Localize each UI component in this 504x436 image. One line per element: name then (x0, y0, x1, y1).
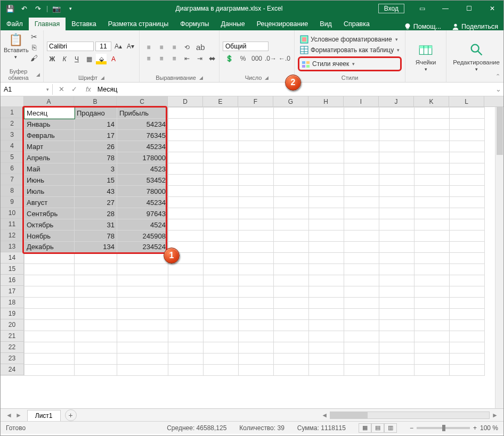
font-size-combo[interactable] (95, 42, 111, 51)
cell[interactable] (309, 163, 344, 175)
cell[interactable]: 4524 (117, 219, 168, 231)
align-right-icon[interactable]: ≡ (168, 54, 180, 63)
cell[interactable] (344, 197, 379, 208)
indent-dec-icon[interactable]: ⇤ (181, 54, 193, 63)
row-header[interactable]: 14 (1, 252, 24, 264)
namebox-dropdown-icon[interactable]: ▾ (46, 87, 49, 92)
cell[interactable] (168, 331, 204, 342)
tab-файл[interactable]: Файл (1, 18, 29, 30)
col-header[interactable]: H (308, 96, 344, 106)
cell[interactable] (274, 219, 309, 231)
cell[interactable] (239, 197, 274, 208)
cell[interactable] (274, 152, 309, 163)
tab-разметка страницы[interactable]: Разметка страницы (102, 18, 174, 30)
cell[interactable] (168, 186, 204, 197)
cell[interactable] (168, 197, 204, 208)
align-top-icon[interactable]: ≡ (143, 43, 155, 52)
normal-view-icon[interactable]: ▦ (359, 423, 371, 433)
cell[interactable] (204, 163, 239, 175)
cell[interactable] (25, 253, 75, 264)
cell[interactable] (344, 108, 379, 119)
cell[interactable] (379, 275, 414, 286)
cell[interactable] (309, 108, 344, 119)
cell[interactable] (309, 253, 344, 264)
row-header[interactable]: 9 (1, 196, 24, 208)
select-all-corner[interactable] (1, 96, 24, 106)
cell[interactable]: 53452 (117, 175, 168, 186)
cell[interactable] (309, 130, 344, 141)
cell[interactable] (75, 253, 117, 264)
enter-formula-icon[interactable]: ✓ (68, 85, 80, 93)
cell[interactable] (450, 320, 485, 331)
hscroll-thumb[interactable] (330, 412, 368, 418)
cell[interactable] (274, 331, 309, 342)
cell[interactable] (274, 141, 309, 152)
cell[interactable] (450, 119, 485, 130)
cell[interactable] (274, 275, 309, 286)
cell[interactable] (344, 208, 379, 219)
col-header[interactable]: J (379, 96, 414, 106)
cell[interactable] (344, 365, 379, 376)
cell[interactable]: Декабрь (25, 242, 75, 253)
cell[interactable] (274, 208, 309, 219)
cell[interactable] (239, 242, 274, 253)
align-middle-icon[interactable]: ≡ (156, 43, 167, 52)
cell[interactable]: 27 (75, 197, 117, 208)
cell[interactable] (414, 309, 450, 320)
cell[interactable] (450, 309, 485, 320)
cell[interactable] (414, 298, 450, 309)
cell[interactable] (344, 141, 379, 152)
row-header[interactable]: 24 (1, 364, 24, 375)
cell[interactable]: Март (25, 141, 75, 152)
cell[interactable] (309, 141, 344, 152)
cell[interactable] (414, 365, 450, 376)
maximize-icon[interactable]: ☐ (458, 1, 480, 17)
cell[interactable]: Июнь (25, 175, 75, 186)
cell[interactable] (168, 298, 204, 309)
tab-формулы[interactable]: Формулы (174, 18, 215, 30)
zoom-in-icon[interactable]: + (473, 424, 477, 432)
cell[interactable]: Месяц (25, 108, 75, 119)
cancel-formula-icon[interactable]: ✕ (55, 85, 68, 93)
decrease-font-icon[interactable]: A▾ (125, 41, 136, 52)
cell[interactable] (117, 286, 168, 298)
cell[interactable] (379, 309, 414, 320)
number-format-combo[interactable] (223, 42, 269, 51)
cell[interactable] (117, 365, 168, 376)
cell[interactable] (309, 152, 344, 163)
row-header[interactable]: 8 (1, 185, 24, 196)
cell[interactable] (168, 219, 204, 231)
vscroll-thumb[interactable] (497, 107, 503, 155)
align-left-icon[interactable]: ≡ (143, 54, 155, 63)
cell[interactable]: 3 (75, 163, 117, 175)
col-header[interactable]: G (273, 96, 308, 106)
cell[interactable] (450, 365, 485, 376)
cell[interactable] (25, 320, 75, 331)
cell[interactable] (379, 353, 414, 365)
cell[interactable] (239, 365, 274, 376)
col-header[interactable]: C (117, 96, 168, 106)
cell[interactable] (414, 353, 450, 365)
cell[interactable] (309, 175, 344, 186)
hscroll-left-icon[interactable]: ◄ (319, 412, 330, 419)
cell[interactable] (309, 365, 344, 376)
cell[interactable] (344, 309, 379, 320)
cell[interactable] (450, 130, 485, 141)
cell[interactable] (379, 219, 414, 231)
row-header[interactable]: 5 (1, 152, 24, 163)
cell[interactable]: Ноябрь (25, 231, 75, 242)
cell[interactable] (344, 130, 379, 141)
cell[interactable] (168, 353, 204, 365)
number-launcher-icon[interactable]: ◢ (265, 75, 269, 80)
cell[interactable] (274, 253, 309, 264)
cell[interactable] (239, 342, 274, 353)
cell[interactable]: Продано (75, 108, 117, 119)
cell[interactable]: 14 (75, 119, 117, 130)
cell[interactable] (379, 264, 414, 275)
cell[interactable]: 43 (75, 186, 117, 197)
cell[interactable] (379, 365, 414, 376)
cell[interactable] (450, 197, 485, 208)
cell[interactable] (239, 320, 274, 331)
cell[interactable] (239, 286, 274, 298)
cell[interactable]: 97643 (117, 208, 168, 219)
